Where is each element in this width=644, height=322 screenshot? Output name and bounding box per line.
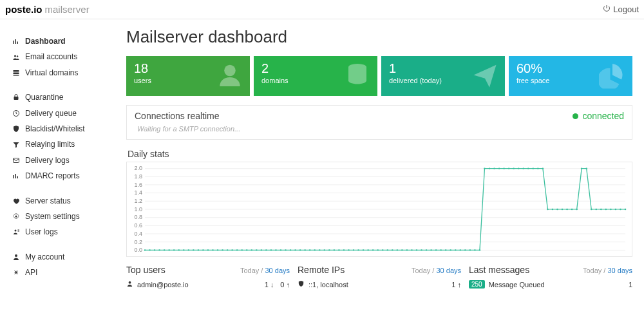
svg-rect-13 bbox=[17, 176, 18, 179]
svg-point-120 bbox=[527, 167, 529, 169]
svg-point-52 bbox=[198, 249, 200, 251]
svg-point-48 bbox=[178, 249, 180, 251]
top-users-name: admin@poste.io bbox=[137, 281, 189, 289]
sidebar-item-dmarc-reports[interactable]: DMARC reports bbox=[0, 168, 122, 184]
svg-text:1.8: 1.8 bbox=[135, 173, 143, 180]
logout-link[interactable]: Logout bbox=[603, 5, 639, 14]
remote-ips-30days-link[interactable]: 30 days bbox=[436, 267, 461, 274]
svg-rect-6 bbox=[13, 72, 19, 74]
page-title: Mailserver dashboard bbox=[126, 27, 632, 47]
sidebar-item-my-account[interactable]: My account bbox=[0, 249, 122, 265]
realtime-panel: Connections realtime connected Waiting f… bbox=[126, 105, 632, 140]
svg-point-100 bbox=[430, 249, 432, 251]
sidebar-item-user-logs[interactable]: User logs bbox=[0, 224, 122, 240]
svg-point-58 bbox=[227, 249, 229, 251]
svg-point-134 bbox=[595, 209, 597, 210]
svg-point-110 bbox=[479, 249, 481, 251]
svg-text:2.0: 2.0 bbox=[135, 166, 143, 172]
status-dot-icon bbox=[573, 113, 578, 119]
envelope-icon bbox=[12, 156, 20, 164]
sidebar-item-label: Blacklist/Whitelist bbox=[25, 124, 85, 133]
sidebar-item-dashboard[interactable]: Dashboard bbox=[0, 33, 122, 49]
svg-point-83 bbox=[348, 249, 350, 251]
svg-point-103 bbox=[445, 249, 447, 251]
svg-point-78 bbox=[324, 249, 326, 251]
svg-point-128 bbox=[566, 209, 568, 210]
tile-icon bbox=[216, 62, 243, 91]
sidebar-item-quarantine[interactable]: Quarantine bbox=[0, 90, 122, 105]
arrow-up-icon: ↑ bbox=[458, 281, 462, 289]
svg-text:0.0: 0.0 bbox=[135, 247, 143, 253]
last-messages-title: Last messages bbox=[469, 265, 529, 275]
sidebar-item-label: API bbox=[25, 268, 37, 277]
sidebar-item-relaying-limits[interactable]: Relaying limits bbox=[0, 137, 122, 152]
sidebar-item-blacklist-whitelist[interactable]: Blacklist/Whitelist bbox=[0, 121, 122, 137]
svg-point-55 bbox=[212, 249, 214, 251]
top-users-col: Top users Today / 30 days admin@poste.io… bbox=[126, 265, 290, 289]
bottom-columns: Top users Today / 30 days admin@poste.io… bbox=[126, 265, 632, 289]
svg-point-123 bbox=[542, 167, 544, 169]
stat-tile-domains[interactable]: 2domains bbox=[254, 56, 377, 96]
svg-point-15 bbox=[14, 230, 16, 232]
svg-point-92 bbox=[392, 249, 393, 251]
stat-tile-free-space[interactable]: 60%free space bbox=[509, 56, 632, 96]
sidebar-item-delivery-queue[interactable]: Delivery queue bbox=[0, 106, 122, 121]
svg-point-62 bbox=[246, 249, 248, 251]
svg-point-46 bbox=[168, 249, 170, 251]
svg-point-94 bbox=[401, 249, 403, 251]
top-users-30days-link[interactable]: 30 days bbox=[265, 267, 290, 274]
svg-point-4 bbox=[16, 55, 18, 57]
svg-point-89 bbox=[377, 249, 379, 251]
svg-point-95 bbox=[406, 249, 408, 251]
svg-rect-5 bbox=[13, 70, 19, 72]
svg-point-109 bbox=[474, 249, 476, 251]
svg-point-42 bbox=[149, 249, 151, 251]
svg-point-127 bbox=[562, 209, 564, 210]
top-users-row: admin@poste.io 1 ↓ 0 ↑ bbox=[126, 278, 290, 289]
svg-point-96 bbox=[411, 249, 413, 251]
sidebar-item-server-status[interactable]: Server status bbox=[0, 193, 122, 209]
sidebar-item-system-settings[interactable]: System settings bbox=[0, 209, 122, 224]
brand-primary: poste.io bbox=[5, 4, 43, 15]
svg-rect-0 bbox=[13, 41, 14, 44]
daily-title: Daily stats bbox=[126, 146, 632, 162]
svg-point-138 bbox=[615, 209, 617, 210]
svg-point-135 bbox=[600, 209, 602, 210]
stat-tile-users[interactable]: 18users bbox=[126, 56, 250, 96]
heart-icon bbox=[12, 197, 20, 205]
svg-point-17 bbox=[224, 65, 236, 77]
svg-point-102 bbox=[440, 249, 442, 251]
svg-point-117 bbox=[513, 167, 515, 169]
sidebar-item-label: Delivery logs bbox=[25, 156, 70, 165]
daily-chart: 0.00.20.40.60.81.01.21.41.61.82.0 bbox=[126, 162, 632, 257]
bars-icon bbox=[12, 172, 20, 180]
svg-point-140 bbox=[625, 209, 627, 210]
sidebar-item-email-accounts[interactable]: Email accounts bbox=[0, 49, 122, 64]
svg-point-88 bbox=[372, 249, 374, 251]
svg-point-125 bbox=[552, 209, 554, 210]
sidebar-item-api[interactable]: API bbox=[0, 265, 122, 280]
svg-point-64 bbox=[256, 249, 258, 251]
svg-text:1.0: 1.0 bbox=[135, 206, 143, 213]
sidebar-item-delivery-logs[interactable]: Delivery logs bbox=[0, 153, 122, 168]
svg-text:0.6: 0.6 bbox=[135, 222, 143, 229]
svg-point-47 bbox=[173, 249, 175, 251]
svg-point-72 bbox=[294, 249, 296, 251]
sidebar-item-label: Quarantine bbox=[25, 93, 63, 102]
svg-point-43 bbox=[154, 249, 156, 251]
svg-point-86 bbox=[363, 249, 365, 251]
cog-icon bbox=[12, 213, 20, 220]
svg-point-118 bbox=[518, 167, 520, 169]
svg-point-121 bbox=[533, 167, 535, 169]
bars-icon bbox=[12, 37, 20, 45]
svg-point-70 bbox=[285, 249, 287, 251]
user-icon bbox=[126, 280, 133, 289]
svg-point-67 bbox=[270, 249, 272, 251]
svg-point-60 bbox=[236, 249, 238, 251]
svg-rect-8 bbox=[14, 97, 18, 100]
svg-rect-7 bbox=[13, 75, 19, 76]
stat-tile-delivered-today-[interactable]: 1delivered (today) bbox=[381, 56, 505, 96]
last-messages-30days-link[interactable]: 30 days bbox=[607, 267, 632, 274]
svg-rect-1 bbox=[15, 39, 16, 44]
sidebar-item-virtual-domains[interactable]: Virtual domains bbox=[0, 65, 122, 80]
